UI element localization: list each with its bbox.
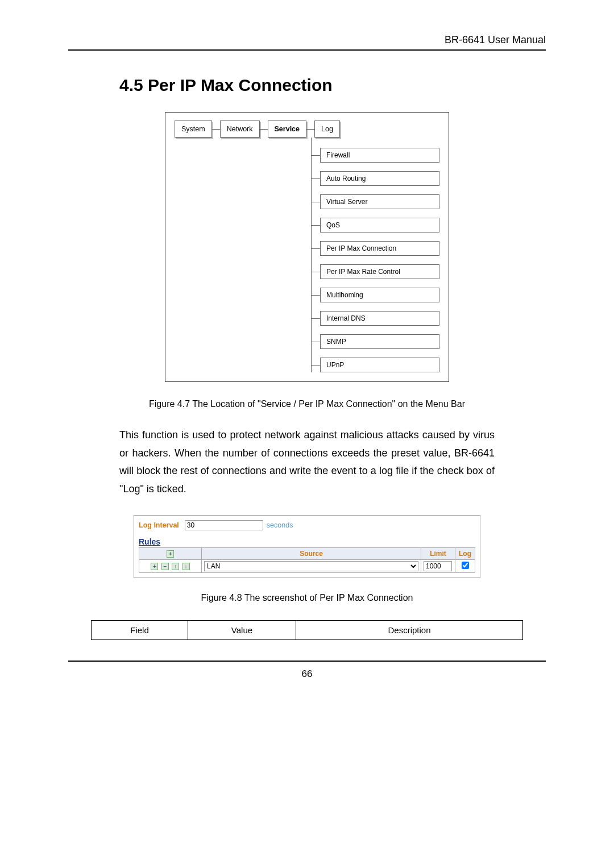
submenu-multihoming[interactable]: Multihoming [320, 288, 439, 302]
rules-header-actions: + [139, 548, 202, 560]
menu-tab-service[interactable]: Service [268, 121, 306, 138]
submenu-internal-dns[interactable]: Internal DNS [320, 311, 439, 326]
header-rule [68, 49, 546, 51]
menu-location-diagram: System Network Service Log Firewall Auto… [165, 112, 449, 382]
section-body-text: This function is used to protect network… [119, 426, 495, 498]
log-checkbox[interactable] [462, 562, 469, 569]
menu-tab-system[interactable]: System [175, 121, 212, 138]
submenu-virtual-server[interactable]: Virtual Server [320, 194, 439, 209]
page-number: 66 [68, 668, 546, 680]
rules-header-limit: Limit [421, 548, 455, 560]
move-up-icon[interactable]: ↑ [172, 563, 179, 570]
field-description-table: Field Value Description [91, 620, 523, 640]
connector-icon [306, 129, 314, 130]
move-down-icon[interactable]: ↓ [182, 563, 190, 570]
menu-tab-log[interactable]: Log [314, 121, 340, 138]
footer-rule [68, 661, 546, 662]
menu-tab-network[interactable]: Network [220, 121, 260, 138]
rules-heading[interactable]: Rules [139, 537, 475, 546]
log-interval-input[interactable] [185, 520, 263, 530]
desc-header-field: Field [92, 621, 188, 640]
desc-header-value: Value [188, 621, 296, 640]
connector-icon [212, 129, 220, 130]
connector-icon [260, 129, 268, 130]
running-header: BR-6641 User Manual [68, 34, 546, 46]
submenu-per-ip-max-connection[interactable]: Per IP Max Connection [320, 241, 439, 256]
submenu-upnp[interactable]: UPnP [320, 358, 439, 372]
section-title: 4.5 Per IP Max Connection [119, 76, 546, 95]
log-interval-label: Log Interval [139, 521, 179, 529]
limit-input[interactable] [424, 561, 452, 571]
add-rule-icon[interactable]: + [151, 563, 158, 570]
menu-top-row: System Network Service Log [175, 121, 439, 138]
submenu-per-ip-max-rate-control[interactable]: Per IP Max Rate Control [320, 264, 439, 279]
seconds-label: seconds [267, 521, 293, 529]
rules-header-log: Log [455, 548, 475, 560]
table-row: + − ↑ ↓ LAN [139, 560, 475, 573]
add-rule-icon[interactable]: + [167, 550, 174, 558]
source-select[interactable]: LAN [204, 561, 418, 571]
figure-caption-4-7: Figure 4.7 The Location of "Service / Pe… [68, 399, 546, 409]
submenu-qos[interactable]: QoS [320, 218, 439, 232]
rules-table: + Source Limit Log + − ↑ ↓ LAN [139, 547, 475, 573]
per-ip-max-connection-panel: Log Interval seconds Rules + Source Limi… [134, 515, 480, 578]
remove-rule-icon[interactable]: − [161, 563, 169, 570]
submenu-firewall[interactable]: Firewall [320, 148, 439, 163]
service-submenu: Firewall Auto Routing Virtual Server QoS… [314, 138, 439, 372]
rules-header-source: Source [202, 548, 421, 560]
tree-line-icon [311, 138, 312, 372]
submenu-snmp[interactable]: SNMP [320, 334, 439, 349]
submenu-auto-routing[interactable]: Auto Routing [320, 171, 439, 186]
figure-caption-4-8: Figure 4.8 The screenshot of Per IP Max … [68, 593, 546, 603]
desc-header-description: Description [296, 621, 523, 640]
